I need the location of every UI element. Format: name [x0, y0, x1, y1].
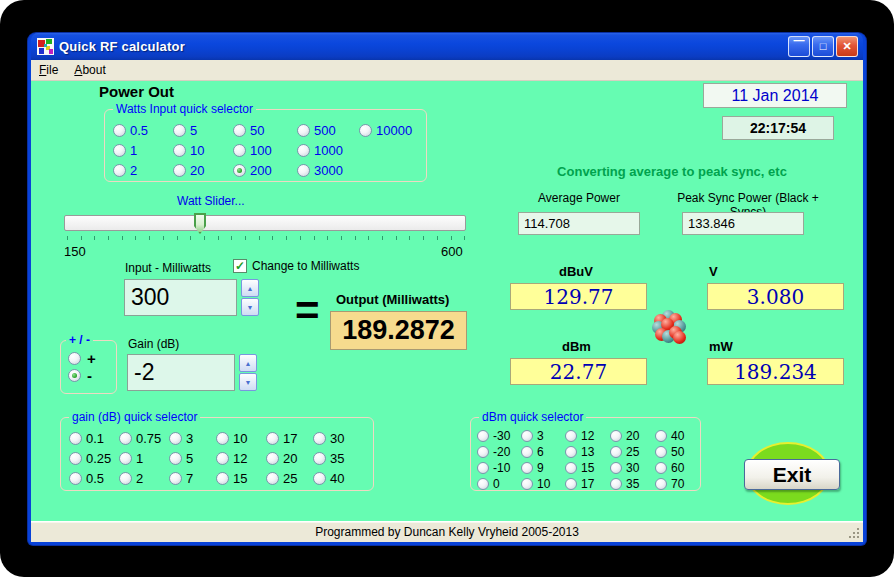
radio-option-25[interactable]: 25 [266, 471, 313, 486]
radio-option-15[interactable]: 15 [565, 461, 610, 475]
radio-button[interactable] [119, 472, 132, 485]
slider-thumb[interactable] [194, 213, 206, 234]
radio-option-3[interactable]: 3 [169, 431, 216, 446]
radio-option-0.5[interactable]: 0.5 [113, 123, 173, 138]
radio-button[interactable] [521, 462, 533, 474]
radio-option-25[interactable]: 25 [610, 445, 655, 459]
radio-button-minus[interactable] [68, 369, 81, 382]
radio-option-15[interactable]: 15 [216, 471, 266, 486]
radio-button[interactable] [233, 164, 246, 177]
radio-button[interactable] [233, 144, 246, 157]
spinner-down-button[interactable]: ▼ [241, 298, 259, 316]
radio-button[interactable] [655, 430, 667, 442]
radio-button[interactable] [610, 478, 622, 490]
radio-option-1[interactable]: 1 [119, 451, 169, 466]
radio-option--30[interactable]: -30 [477, 429, 521, 443]
radio-button[interactable] [169, 472, 182, 485]
menu-about[interactable]: About [66, 61, 113, 79]
radio-option-13[interactable]: 13 [565, 445, 610, 459]
radio-button[interactable] [69, 432, 82, 445]
radio-button[interactable] [173, 144, 186, 157]
radio-option-100[interactable]: 100 [233, 143, 297, 158]
radio-button[interactable] [266, 432, 279, 445]
spinner-up-button[interactable]: ▲ [239, 354, 257, 372]
radio-button[interactable] [610, 462, 622, 474]
radio-option-0.75[interactable]: 0.75 [119, 431, 169, 446]
radio-button[interactable] [655, 478, 667, 490]
radio-option-2[interactable]: 2 [113, 163, 173, 178]
radio-option-1[interactable]: 1 [113, 143, 173, 158]
radio-button[interactable] [610, 446, 622, 458]
title-bar[interactable]: Quick RF calculator — □ ✕ [31, 33, 863, 60]
average-power-field[interactable]: 114.708 [518, 212, 640, 235]
radio-button[interactable] [266, 472, 279, 485]
radio-option-30[interactable]: 30 [313, 431, 373, 446]
radio-button[interactable] [113, 144, 126, 157]
radio-option-3000[interactable]: 3000 [297, 163, 359, 178]
radio-option-0.1[interactable]: 0.1 [69, 431, 119, 446]
radio-option-17[interactable]: 17 [565, 477, 610, 491]
radio-button[interactable] [119, 432, 132, 445]
radio-button[interactable] [565, 446, 577, 458]
radio-option-12[interactable]: 12 [565, 429, 610, 443]
radio-button[interactable] [655, 446, 667, 458]
radio-option-40[interactable]: 40 [655, 429, 700, 443]
radio-option-9[interactable]: 9 [521, 461, 565, 475]
radio-button[interactable] [521, 430, 533, 442]
radio-button[interactable] [69, 452, 82, 465]
radio-button[interactable] [477, 446, 489, 458]
radio-option-40[interactable]: 40 [313, 471, 373, 486]
resize-grip-icon[interactable] [847, 526, 860, 539]
exit-button[interactable]: Exit [744, 459, 840, 490]
spinner-up-button[interactable]: ▲ [241, 279, 259, 297]
radio-option-0.5[interactable]: 0.5 [69, 471, 119, 486]
radio-option-10000[interactable]: 10000 [359, 123, 426, 138]
radio-button[interactable] [69, 472, 82, 485]
sign-plus-option[interactable]: + [61, 350, 116, 367]
radio-option-50[interactable]: 50 [233, 123, 297, 138]
radio-option-17[interactable]: 17 [266, 431, 313, 446]
radio-option-60[interactable]: 60 [655, 461, 700, 475]
radio-option-20[interactable]: 20 [173, 163, 233, 178]
spinner-down-button[interactable]: ▼ [239, 373, 257, 391]
radio-button[interactable] [477, 430, 489, 442]
gain-field[interactable]: -2 [127, 354, 235, 391]
radio-option--20[interactable]: -20 [477, 445, 521, 459]
radio-option-0[interactable]: 0 [477, 477, 521, 491]
radio-option-3[interactable]: 3 [521, 429, 565, 443]
radio-button[interactable] [169, 452, 182, 465]
radio-option-1000[interactable]: 1000 [297, 143, 359, 158]
sign-minus-option[interactable]: - [61, 367, 116, 384]
radio-button[interactable] [233, 124, 246, 137]
radio-button[interactable] [297, 144, 310, 157]
radio-button[interactable] [119, 452, 132, 465]
change-to-milliwatts-checkbox[interactable]: ✓ [233, 259, 247, 273]
radio-button[interactable] [477, 478, 489, 490]
radio-button[interactable] [477, 462, 489, 474]
radio-option-35[interactable]: 35 [313, 451, 373, 466]
radio-option-10[interactable]: 10 [216, 431, 266, 446]
radio-option-5[interactable]: 5 [169, 451, 216, 466]
radio-button[interactable] [173, 124, 186, 137]
radio-option-6[interactable]: 6 [521, 445, 565, 459]
radio-button[interactable] [521, 478, 533, 490]
minimize-button[interactable]: — [788, 36, 810, 57]
radio-option-20[interactable]: 20 [266, 451, 313, 466]
radio-option-50[interactable]: 50 [655, 445, 700, 459]
radio-button[interactable] [113, 124, 126, 137]
radio-button[interactable] [521, 446, 533, 458]
radio-button[interactable] [297, 164, 310, 177]
radio-option-5[interactable]: 5 [173, 123, 233, 138]
radio-button[interactable] [565, 430, 577, 442]
watt-slider[interactable] [64, 215, 466, 231]
radio-button[interactable] [565, 462, 577, 474]
radio-option-0.25[interactable]: 0.25 [69, 451, 119, 466]
radio-button[interactable] [216, 432, 229, 445]
menu-file[interactable]: File [31, 61, 66, 79]
radio-button[interactable] [655, 462, 667, 474]
radio-button[interactable] [565, 478, 577, 490]
peak-sync-field[interactable]: 133.846 [682, 212, 804, 235]
radio-option-2[interactable]: 2 [119, 471, 169, 486]
radio-button[interactable] [359, 124, 372, 137]
radio-button[interactable] [313, 432, 326, 445]
